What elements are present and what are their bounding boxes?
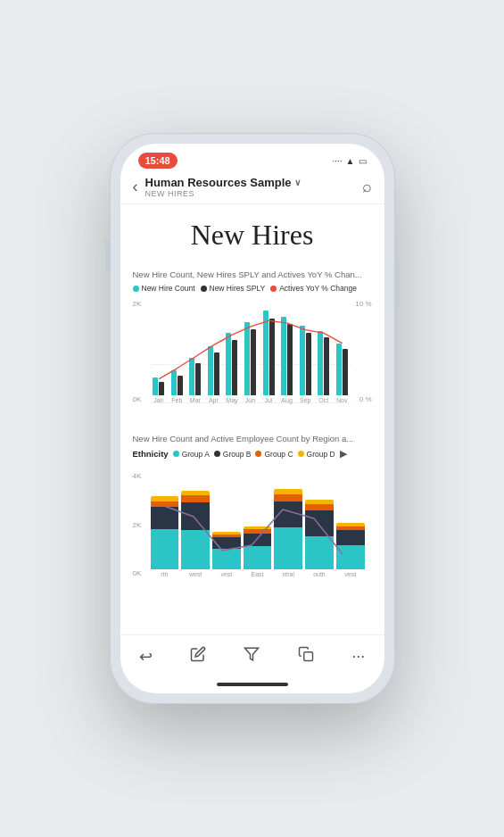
bar-label-jan: Jan <box>153 397 163 403</box>
legend-dot-groupD <box>298 451 304 457</box>
y-label-2k: 2K <box>133 300 142 308</box>
content-area: New Hires New Hire Count, New Hires SPLY… <box>120 204 384 634</box>
svg-rect-1 <box>304 652 313 661</box>
legend-item-groupC: Group C <box>255 450 293 459</box>
bar-label-jun: Jun <box>245 397 255 403</box>
y-label-0pct: 0 % <box>355 395 371 403</box>
y-label-10pct: 10 % <box>355 300 371 308</box>
more-icon: ··· <box>351 647 365 666</box>
status-bar: 15:48 ···· ▲ ▭ <box>120 144 384 172</box>
home-indicator <box>120 675 384 693</box>
bar-label-feb: Feb <box>171 397 182 403</box>
svg-marker-0 <box>245 648 259 660</box>
signal-icon: ···· <box>332 156 342 166</box>
legend-dot-actives <box>270 286 277 292</box>
legend-item-sply: New Hires SPLY <box>201 284 266 293</box>
legend-label-groupA: Group A <box>182 450 210 459</box>
copy-button[interactable] <box>289 644 323 668</box>
status-icons: ···· ▲ ▭ <box>332 156 366 166</box>
line-chart2-overlay <box>151 472 365 577</box>
legend-dot-sply <box>201 286 207 292</box>
nav-title: Human Resources Sample ∨ <box>145 176 362 189</box>
legend-item-groupA: Group A <box>173 450 210 459</box>
phone-screen: 15:48 ···· ▲ ▭ ‹ Human Resources Sample … <box>120 144 384 693</box>
y-axis-left2: 4K 2K 0K <box>133 472 142 577</box>
toolbar: ↩ <box>120 634 384 675</box>
legend-item-groupB: Group B <box>214 450 252 459</box>
legend-label-newhire: New Hire Count <box>142 284 195 293</box>
chart1-title: New Hire Count, New Hires SPLY and Activ… <box>133 269 372 279</box>
bar-label-mar: Mar <box>190 397 201 403</box>
y-label-0k: 0K <box>133 395 142 403</box>
more-button[interactable]: ··· <box>343 645 374 667</box>
bar-label-oct: Oct <box>318 397 328 403</box>
phone-frame: 15:48 ···· ▲ ▭ ‹ Human Resources Sample … <box>110 133 395 704</box>
legend-dot-groupA <box>173 451 179 457</box>
chart2-title: New Hire Count and Active Employee Count… <box>133 434 372 443</box>
y2-label-0k: 0K <box>133 569 142 577</box>
legend-label-groupD: Group D <box>307 450 335 459</box>
wifi-icon: ▲ <box>346 156 355 166</box>
search-button[interactable]: ⌕ <box>362 178 372 196</box>
filter-icon <box>244 646 260 667</box>
legend-item-groupD: Group D <box>298 450 335 459</box>
y-axis-left1: 2K 0K <box>133 300 142 416</box>
y-axis-right1: 10 % 0 % <box>355 300 371 416</box>
chart2-legend-row: Ethnicity Group A Group B Group C <box>133 448 372 460</box>
line-chart-overlay <box>151 300 351 396</box>
legend-item-actives: Actives YoY % Change <box>270 284 357 293</box>
y2-label-2k: 2K <box>133 521 142 529</box>
chart2-container: 4K 2K 0K <box>133 465 372 590</box>
legend-next-button[interactable]: ▶ <box>340 448 347 460</box>
bar-label-apr: Apr <box>209 397 219 403</box>
bar-label-aug: Aug <box>281 397 292 403</box>
filter-button[interactable] <box>235 644 269 668</box>
legend-label-sply: New Hires SPLY <box>210 284 266 293</box>
legend-label-actives: Actives YoY % Change <box>279 284 357 293</box>
status-time: 15:48 <box>138 153 178 169</box>
y2-label-4k: 4K <box>133 472 142 480</box>
legend-label-groupB: Group B <box>223 450 252 459</box>
page-title: New Hires <box>120 204 384 269</box>
dropdown-chevron-icon[interactable]: ∨ <box>294 178 301 187</box>
nav-subtitle: NEW HIRES <box>145 189 362 198</box>
bar-label-sep: Sep <box>300 397 310 403</box>
pencil-icon <box>190 646 206 667</box>
legend-dot-groupC <box>255 451 261 457</box>
battery-icon: ▭ <box>359 156 367 166</box>
legend-dot-groupB <box>214 451 220 457</box>
undo-icon: ↩ <box>139 647 153 667</box>
chart1-container: 2K 0K 10 % 0 % <box>133 300 372 416</box>
edit-button[interactable] <box>181 644 215 668</box>
undo-button[interactable]: ↩ <box>130 645 161 668</box>
bar-label-jul: Jul <box>265 397 273 403</box>
bar-label-nov: Nov <box>336 397 347 403</box>
back-button[interactable]: ‹ <box>133 178 138 196</box>
home-bar <box>217 683 288 686</box>
nav-bar: ‹ Human Resources Sample ∨ NEW HIRES ⌕ <box>120 172 384 204</box>
legend-dot-newhire <box>133 286 139 292</box>
chart2-section: New Hire Count and Active Employee Count… <box>120 434 384 604</box>
bar-label-may: May <box>226 397 237 403</box>
chart1-section: New Hire Count, New Hires SPLY and Activ… <box>120 269 384 434</box>
chart1-legend: New Hire Count New Hires SPLY Actives Yo… <box>133 284 372 293</box>
legend-label-groupC: Group C <box>264 450 293 459</box>
copy-icon <box>298 646 314 667</box>
legend-item-newhire: New Hire Count <box>133 284 195 293</box>
ethnicity-label: Ethnicity <box>133 449 169 459</box>
nav-title-group: Human Resources Sample ∨ NEW HIRES <box>145 176 362 198</box>
